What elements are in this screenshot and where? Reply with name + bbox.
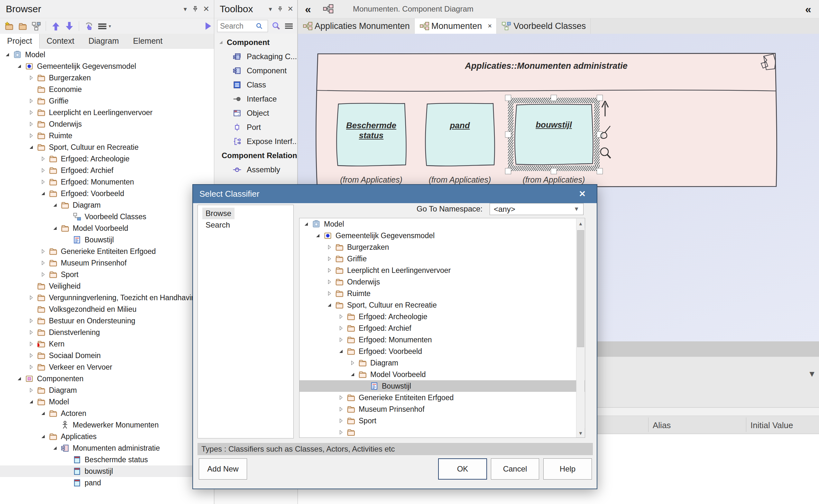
tree-item-ruimte[interactable]: Ruimte bbox=[300, 288, 585, 299]
element-name-pand[interactable]: pand bbox=[425, 121, 495, 131]
collapse-arrow-icon[interactable] bbox=[51, 444, 59, 452]
toolbox-item-interface[interactable]: Interface bbox=[215, 92, 297, 106]
tree-item-griffie[interactable]: Griffie bbox=[0, 95, 214, 107]
diagram-tab-voorbeeld-classes[interactable]: Voorbeeld Classes bbox=[497, 18, 590, 34]
tree-item-componenten[interactable]: Componenten bbox=[0, 373, 214, 384]
tree-item-museum-prinsenhof[interactable]: Museum Prinsenhof bbox=[0, 257, 214, 269]
tree-item-model[interactable]: Model bbox=[0, 49, 214, 60]
tree-item-volksgezondheid-en-milieu[interactable]: Volksgezondheid en Milieu bbox=[0, 303, 214, 315]
arrow-up-icon[interactable] bbox=[50, 20, 61, 32]
selection-handle[interactable] bbox=[505, 95, 511, 101]
chevron-down-icon[interactable]: ▾ bbox=[184, 5, 187, 13]
tree-item-leerplicht-en-leerlingenvervoer[interactable]: Leerplicht en Leerlingenvervoer bbox=[0, 107, 214, 118]
tree-item-sport[interactable]: Sport bbox=[0, 269, 214, 280]
collapse-arrow-icon[interactable] bbox=[302, 220, 311, 228]
tree-item-verkeer-en-vervoer[interactable]: Verkeer en Vervoer bbox=[0, 361, 214, 373]
menu-icon[interactable] bbox=[284, 21, 294, 31]
collapse-arrow-icon[interactable] bbox=[348, 370, 357, 379]
cancel-button[interactable]: Cancel bbox=[491, 458, 539, 480]
tree-item-erfgoed-monumenten[interactable]: Erfgoed: Monumenten bbox=[300, 334, 585, 346]
expand-arrow-icon[interactable] bbox=[325, 278, 334, 286]
tree-item-erfgoed-archief[interactable]: Erfgoed: Archief bbox=[300, 322, 585, 334]
toolbox-item-port[interactable]: Port bbox=[215, 120, 297, 134]
tree-item-vergunningverlening-toezicht-en-handhaving[interactable]: Vergunningverlening, Toezicht en Handhav… bbox=[0, 292, 214, 303]
folder-icon[interactable] bbox=[17, 20, 28, 32]
element-box-1[interactable] bbox=[425, 103, 494, 166]
tree-item-erfgoed-voorbeeld[interactable]: Erfgoed: Voorbeeld bbox=[0, 188, 214, 199]
expand-arrow-icon[interactable] bbox=[27, 108, 35, 117]
browser-tab-context[interactable]: Context bbox=[40, 33, 81, 48]
expand-arrow-icon[interactable] bbox=[325, 266, 334, 275]
expand-arrow-icon[interactable] bbox=[39, 166, 47, 175]
close-tab-icon[interactable]: × bbox=[488, 22, 492, 30]
tree-item-burgerzaken[interactable]: Burgerzaken bbox=[0, 72, 214, 84]
tree-item-dienstverlening[interactable]: Dienstverlening bbox=[0, 327, 214, 338]
expand-arrow-icon[interactable] bbox=[325, 289, 334, 298]
collapse-arrow-icon[interactable] bbox=[3, 50, 12, 59]
tree-item-ruimte[interactable]: Ruimte bbox=[0, 130, 214, 141]
namespace-combobox[interactable]: <any> ▼ bbox=[490, 203, 583, 215]
expand-arrow-icon[interactable] bbox=[39, 155, 47, 163]
close-icon[interactable]: ✕ bbox=[203, 5, 210, 13]
tree-item-erfgoed-voorbeeld[interactable]: Erfgoed: Voorbeeld bbox=[300, 346, 585, 357]
collapse-arrow-icon[interactable] bbox=[27, 143, 35, 151]
tree-item-gemeentelijk-gegevensmodel[interactable]: Gemeentelijk Gegevensmodel bbox=[0, 60, 214, 72]
collapse-arrow-icon[interactable] bbox=[39, 409, 47, 418]
expand-arrow-icon[interactable] bbox=[337, 324, 345, 332]
diagram-tab-applicaties-monumenten[interactable]: Applicaties Monumenten bbox=[298, 18, 415, 34]
tree-item-bouwstijl[interactable]: bouwstijl bbox=[0, 465, 214, 477]
collapse-arrow-icon[interactable] bbox=[51, 201, 59, 209]
tree-item-generieke-entiteiten-erfgoed[interactable]: Generieke Entiteiten Erfgoed bbox=[300, 392, 585, 403]
tree-item-museum-prinsenhof[interactable]: Museum Prinsenhof bbox=[300, 403, 585, 415]
tree-item-bestuur-en-ondersteuning[interactable]: Bestuur en Ondersteuning bbox=[0, 315, 214, 327]
tree-item-erfgoed-archeologie[interactable]: Erfgoed: Archeologie bbox=[300, 311, 585, 322]
browser-tab-diagram[interactable]: Diagram bbox=[81, 33, 126, 48]
expand-arrow-icon[interactable] bbox=[27, 351, 35, 360]
tree-item-sport-cultuur-en-recreatie[interactable]: Sport, Cultuur en Recreatie bbox=[0, 141, 214, 153]
tree-item-kern[interactable]: Kern bbox=[0, 338, 214, 350]
expand-arrow-icon[interactable] bbox=[27, 293, 35, 302]
pin-icon[interactable] bbox=[277, 6, 283, 12]
expand-arrow-icon[interactable] bbox=[27, 131, 35, 140]
model-tree-icon[interactable] bbox=[30, 20, 42, 32]
toolbox-item-object[interactable]: Object bbox=[215, 106, 297, 120]
toolbox-item-component[interactable]: Component bbox=[215, 64, 297, 78]
scroll-down-icon[interactable]: ▼ bbox=[576, 428, 585, 438]
element-name-beschermde-status[interactable]: Beschermde status bbox=[336, 121, 406, 140]
dialog-nav-search[interactable]: Search bbox=[202, 219, 233, 231]
browser-tab-project[interactable]: Project bbox=[0, 34, 40, 49]
search-purple-icon[interactable] bbox=[271, 21, 281, 31]
tree-item-bouwstijl[interactable]: Bouwstijl bbox=[300, 380, 585, 392]
collapse-arrow-icon[interactable] bbox=[39, 189, 47, 198]
tree-item[interactable] bbox=[300, 427, 585, 438]
expand-arrow-icon[interactable] bbox=[39, 247, 47, 256]
expand-arrow-icon[interactable] bbox=[337, 336, 345, 344]
collapse-arrow-icon[interactable] bbox=[15, 62, 23, 70]
expand-arrow-icon[interactable] bbox=[325, 255, 334, 263]
tree-item-pand[interactable]: pand bbox=[0, 477, 214, 489]
expand-arrow-icon[interactable] bbox=[27, 97, 35, 105]
tree-item-sport-cultuur-en-recreatie[interactable]: Sport, Cultuur en Recreatie bbox=[300, 299, 585, 311]
expand-arrow-icon[interactable] bbox=[337, 393, 345, 402]
collapse-arrow-icon[interactable] bbox=[39, 432, 47, 441]
column-separator[interactable] bbox=[648, 418, 649, 432]
menu-icon[interactable] bbox=[96, 20, 108, 32]
expand-arrow-icon[interactable] bbox=[27, 363, 35, 371]
tree-item-medewerker-monumenten[interactable]: Medewerker Monumenten bbox=[0, 419, 214, 431]
expand-arrow-icon[interactable] bbox=[27, 120, 35, 128]
floating-tools[interactable] bbox=[596, 96, 616, 167]
expand-arrow-icon[interactable] bbox=[27, 386, 35, 394]
tree-item-veiligheid[interactable]: Veiligheid bbox=[0, 280, 214, 292]
diagram-tab-monumenten[interactable]: Monumenten× bbox=[415, 18, 497, 34]
toolbox-item-expose-interf-[interactable]: Expose Interf... bbox=[215, 134, 297, 149]
new-model-icon[interactable] bbox=[3, 20, 15, 32]
help-button[interactable]: Help bbox=[543, 458, 592, 480]
tree-item-model-voorbeeld[interactable]: Model Voorbeeld bbox=[300, 369, 585, 380]
toolbox-item-assembly[interactable]: Assembly bbox=[215, 163, 297, 177]
toolbox-group-component-relations[interactable]: Component Relations bbox=[215, 149, 297, 163]
tree-item-monumenten-administratie[interactable]: Monumenten administratie bbox=[0, 442, 214, 454]
tree-item-model[interactable]: Model bbox=[0, 396, 214, 408]
tree-item-erfgoed-archief[interactable]: Erfgoed: Archief bbox=[0, 165, 214, 176]
column-separator[interactable] bbox=[746, 418, 746, 432]
scroll-up-icon[interactable]: ▲ bbox=[576, 219, 585, 228]
